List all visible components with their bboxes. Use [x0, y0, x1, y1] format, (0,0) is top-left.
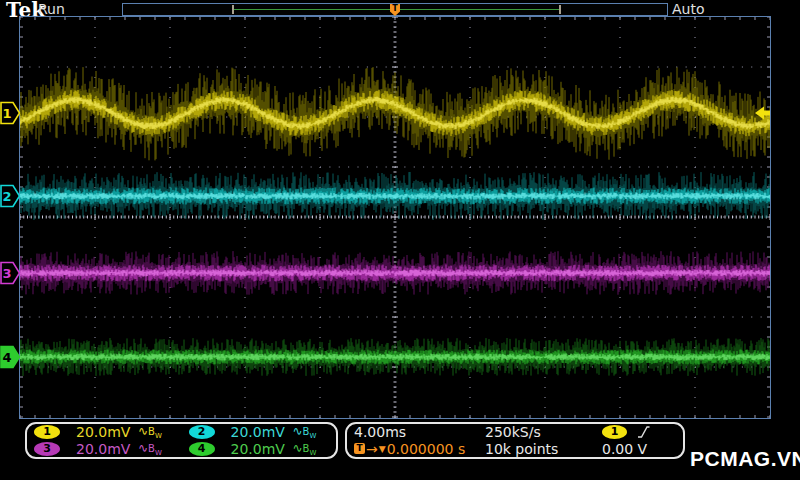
ch4-position-marker[interactable]: 4	[0, 345, 21, 369]
ch2-scale: 20.0mV	[231, 424, 293, 440]
svg-text:1: 1	[2, 106, 11, 121]
timebase-readout: 4.00ms	[354, 424, 485, 440]
ch3-scale: 20.0mV	[76, 441, 138, 457]
trigger-source-badge: 1	[602, 425, 627, 439]
ch1-scale: 20.0mV	[76, 424, 138, 440]
ch3-badge[interactable]: 3	[34, 442, 60, 456]
ch4-scale: 20.0mV	[231, 441, 293, 457]
ch4-readout[interactable]: 4 20.0mV ∿BW	[182, 441, 337, 458]
ch4-coupling-icon: ∿BW	[293, 441, 317, 457]
record-bracket-right	[559, 5, 561, 14]
graticule-grid	[20, 17, 770, 418]
ch2-coupling-icon: ∿BW	[293, 424, 317, 440]
rising-edge-icon	[636, 424, 651, 440]
ch2-position-marker[interactable]: 2	[0, 184, 21, 208]
arrow-right-icon: →	[366, 441, 378, 457]
ch1-readout[interactable]: 1 20.0mV ∿BW	[27, 424, 182, 441]
ch2-badge[interactable]: 2	[189, 425, 215, 439]
pcmag-watermark: PCMAG.VN	[690, 447, 800, 471]
record-view-bar[interactable]: T	[122, 3, 668, 16]
ch2-readout[interactable]: 2 20.0mV ∿BW	[182, 424, 337, 441]
ch3-readout[interactable]: 3 20.0mV ∿BW	[27, 441, 182, 458]
trigger-source-readout: 1	[602, 424, 683, 440]
trigger-position-readout: T→▼0.000000 s	[354, 441, 485, 457]
record-bracket-left	[232, 5, 234, 14]
record-trigger-icon: T	[390, 4, 400, 16]
trigger-t-icon: T	[354, 443, 365, 454]
ch4-badge[interactable]: 4	[189, 442, 215, 456]
ch3-coupling-icon: ∿BW	[138, 441, 162, 457]
acquisition-status: Run	[38, 1, 65, 17]
triangle-down-icon: ▼	[379, 444, 386, 454]
horizontal-trigger-status-box[interactable]: 4.00ms 250kS/s 1 T→▼0.000000 s 10k point…	[345, 422, 685, 459]
channel-status-box[interactable]: 1 20.0mV ∿BW 2 20.0mV ∿BW 3 20.0mV ∿BW 4…	[25, 422, 338, 459]
ch1-badge[interactable]: 1	[34, 425, 60, 439]
svg-text:2: 2	[2, 189, 11, 204]
svg-text:3: 3	[2, 266, 11, 281]
trigger-mode-label: Auto	[672, 1, 705, 17]
sample-rate-readout: 250kS/s	[485, 424, 602, 440]
ch1-coupling-icon: ∿BW	[138, 424, 162, 440]
svg-text:4: 4	[2, 350, 11, 365]
waveform-display	[19, 16, 771, 419]
ch3-position-marker[interactable]: 3	[0, 261, 21, 285]
record-length-readout: 10k points	[485, 441, 602, 457]
trigger-level-readout: 0.00 V	[602, 441, 683, 457]
ch1-position-marker[interactable]: 1	[0, 101, 21, 125]
